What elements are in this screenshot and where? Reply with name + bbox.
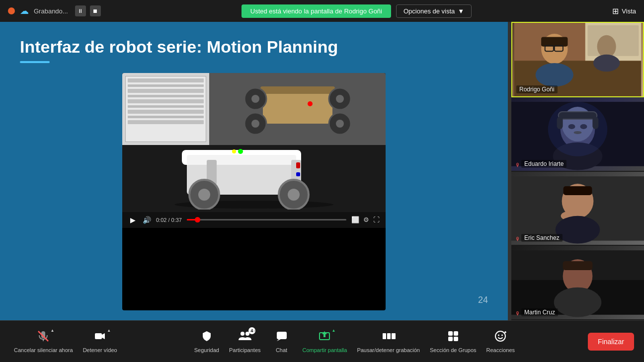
participant-name-eduardo: Eduardo Iriarte [521,160,566,168]
svg-point-18 [198,189,210,201]
embedded-video: ▶ 🔊 0:02 / 0:37 ⬜ ⚙ ⛶ [122,73,386,310]
subtitles-button[interactable]: ⬜ [351,216,359,223]
record-control-svg [382,330,396,342]
svg-rect-75 [454,337,458,341]
participant-name-martin: Martin Cruz [521,308,558,316]
reactions-icon [494,330,506,345]
cloud-icon: ☁ [20,5,29,16]
participant-video-rodrigo: Rodrigo Goñi [511,22,644,97]
svg-point-23 [238,149,243,154]
svg-rect-14 [187,155,296,165]
control-row-9 [128,120,204,124]
svg-rect-70 [387,333,391,339]
svg-rect-0 [263,89,332,124]
security-button[interactable]: Seguridad [190,328,223,355]
participant-video-martin: 🎙 Martin Cruz [511,246,644,320]
bottom-toolbar: ▲ Cancelar silenciar ahora ▲ Detener víd… [0,320,644,362]
stop-record-button[interactable]: ⏹ [90,5,101,16]
chat-button[interactable]: Chat [267,328,297,355]
camera-svg [94,330,106,342]
control-row-2 [128,84,204,87]
svg-rect-61 [95,333,102,339]
svg-rect-72 [448,331,453,336]
svg-rect-1 [260,86,335,94]
mute-icon: ▲ [37,330,49,345]
svg-rect-74 [448,337,453,341]
record-indicator [8,7,15,14]
reactions-svg [494,330,506,342]
pause-record-icon [382,330,396,345]
pause-record-button[interactable]: ⏸ [75,5,86,16]
mute-icon-martin: 🎙 [515,311,520,316]
svg-rect-69 [383,333,386,339]
participants-label: Participantes [229,347,261,353]
chevron-icon: ▲ [50,328,54,333]
svg-rect-71 [392,333,396,339]
svg-point-20 [288,189,300,201]
end-meeting-group: Finalizar [588,333,634,351]
groups-button[interactable]: Sección de Grupos [426,328,481,355]
svg-rect-56 [563,261,593,270]
participants-icon: 4 ▲ [239,330,251,345]
robot-bottom-panel [122,145,386,212]
progress-bar[interactable] [187,219,346,220]
control-row-8 [128,116,204,118]
control-row-3 [128,89,204,93]
slide-video-container: ▶ 🔊 0:02 / 0:37 ⬜ ⚙ ⛶ [20,73,488,310]
svg-point-57 [554,288,602,317]
reactions-button[interactable]: Reacciones [483,328,519,355]
groups-icon [447,330,459,345]
control-row-7 [128,110,204,114]
participant-name-eric: Eric Sanchez [521,234,563,242]
progress-fill [187,219,195,220]
pause-record-label: Pausar/detener grabación [357,347,420,353]
video-button[interactable]: ▲ Detener vídeo [79,328,121,355]
mute-label: Cancelar silenciar ahora [14,347,73,353]
vista-label: Vista [622,7,636,15]
topbar-right: ⊞ Vista [612,6,636,16]
participants-sidebar: Rodrigo Goñi [511,22,644,320]
reactions-label: Reacciones [486,347,515,353]
svg-point-47 [548,102,608,156]
volume-button[interactable]: 🔊 [143,216,151,224]
svg-rect-30 [541,37,567,47]
chevron-down-icon: ▼ [458,7,464,15]
end-meeting-button[interactable]: Finalizar [588,333,634,351]
groups-svg [447,330,459,342]
pause-record-button[interactable]: Pausar/detener grabación [353,328,424,355]
control-panel [122,73,209,145]
vista-button[interactable]: ⊞ Vista [612,6,636,16]
groups-label: Sección de Grupos [430,347,477,353]
topbar-center: Usted está viendo la pantalla de Rodrigo… [242,4,472,18]
svg-point-10 [308,101,313,106]
slide-underline [20,61,50,63]
mute-button[interactable]: ▲ Cancelar silenciar ahora [10,328,77,355]
mute-icon-eric: 🎙 [515,236,520,242]
participants-button[interactable]: 4 ▲ Participantes [225,328,265,355]
robot-side-svg [157,147,351,210]
share-screen-button[interactable]: ▲ Compartir pantalla [299,328,351,355]
svg-point-8 [251,120,259,128]
svg-point-9 [336,120,344,128]
participant-video-eric: 🎙 Eric Sanchez [511,172,644,246]
robot-3d-top-view [209,73,386,145]
video-icon: ▲ [94,330,106,345]
svg-point-77 [498,334,499,336]
view-options-button[interactable]: Opciones de vista ▼ [396,4,472,18]
microphone-muted-svg [37,330,49,342]
fullscreen-button[interactable]: ⛶ [373,216,380,223]
svg-point-6 [251,95,259,103]
video-label: Detener vídeo [83,347,117,353]
shield-svg [201,330,213,342]
share-screen-icon: ▲ [319,330,330,345]
security-icon [201,330,213,345]
chat-label: Chat [276,347,287,353]
play-button[interactable]: ▶ [128,215,138,225]
toolbar-center-group: Seguridad 4 ▲ Participantes [190,328,519,355]
video-display [122,73,386,212]
chat-icon [276,330,288,345]
svg-point-63 [241,332,244,336]
slide-title: Interfaz de robot serie: Motion Planning [20,37,488,57]
svg-rect-21 [296,162,300,168]
settings-button[interactable]: ⚙ [363,216,369,223]
